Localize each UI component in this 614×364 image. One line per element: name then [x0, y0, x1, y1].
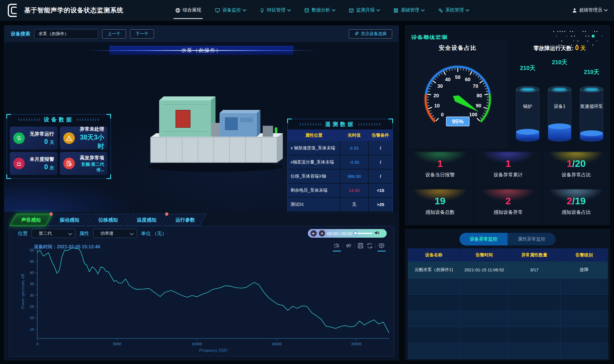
unit-label: 单位 （无）: [141, 230, 167, 237]
svg-text:100: 100: [469, 112, 477, 117]
chevron-down-icon: [466, 8, 469, 12]
svg-text:80: 80: [477, 93, 482, 98]
tab-run-params[interactable]: 运行参数: [164, 214, 207, 226]
table-row: x 轴加速度值_泵体末端0.33/: [288, 141, 392, 155]
nav-item-overview[interactable]: 综合展现: [175, 0, 201, 21]
position-label: 位置: [18, 230, 28, 237]
svg-text:30: 30: [30, 293, 34, 298]
volume-icon[interactable]: [374, 230, 380, 237]
3d-viewport[interactable]: 水泵（勿操作）: [4, 42, 398, 212]
decor-dots: [359, 123, 380, 125]
alarm-table: 设备名称 告警时间 异常属性数量 告警级别 云酷水泵（勿操作1) 2021-01…: [408, 248, 608, 359]
table-row[interactable]: 云酷水泵（勿操作1) 2021-01-15 11:06:52 3/17 故障: [408, 262, 608, 278]
chevron-down-icon: [243, 8, 246, 12]
volume-slider[interactable]: [354, 233, 372, 234]
prev-device-button[interactable]: 上一个: [102, 29, 126, 39]
tab-device-alarm[interactable]: 设备异常监控: [459, 233, 508, 245]
stat-sensor-total: 19 感知设备总数: [408, 189, 472, 223]
telemetry-table: 属性位置 实时值 告警条件 x 轴加速度值_泵体末端0.33/ x轴直流分量_泵…: [288, 129, 392, 212]
table-row: 剩余电压_泵体末端14.00<15: [288, 183, 392, 197]
tab-vibration[interactable]: 振动感知: [48, 214, 91, 226]
frame-corner: [287, 119, 292, 123]
tank-device1: 210天 设备1: [544, 54, 575, 143]
tab-temperature[interactable]: 温度感知: [125, 214, 168, 226]
svg-text:70: 70: [473, 83, 478, 89]
nav-item-data-analysis[interactable]: 数据分析: [304, 0, 335, 21]
chevron-down-icon: [287, 8, 291, 12]
nav-item-monthly-report[interactable]: 监测月报: [349, 0, 380, 21]
sense-tabs: 声音感知 振动感知 位移感知 温度感知 运行参数: [13, 214, 206, 226]
tab-attribute-alarm[interactable]: 属性异常监控: [508, 233, 556, 245]
svg-text:0: 0: [441, 112, 444, 117]
tab-displacement[interactable]: 位移感知: [87, 214, 130, 226]
table-row: 位移_泵体首端X轴686.00/: [288, 169, 392, 183]
left-panel: 设备搜索 上一个 下一个 关注设备选择 水泵（勿操作）: [4, 25, 399, 360]
stat-abnormal-ratio: 1/20 设备异常占比: [544, 152, 609, 186]
svg-text:40: 40: [30, 270, 34, 275]
next-device-button[interactable]: 下一个: [130, 29, 154, 39]
overall-monitor-panel: 设备整体监测 安全设备占比 010203040506070809010095% …: [405, 25, 610, 225]
server-icon: [393, 8, 398, 13]
nav-item-system-mgmt[interactable]: 系统管理: [438, 0, 469, 21]
check-cycle-icon: [13, 132, 25, 144]
sound-sense-section: 位置 第二代 属性 功率谱 单位 （无） ▶ ■ 00:00 / 00:00 采…: [9, 226, 394, 357]
alarm-tabs: 设备异常监控 属性异常监控: [459, 233, 556, 245]
stop-button[interactable]: ■: [319, 230, 325, 237]
search-input[interactable]: [34, 29, 98, 39]
table-row: x轴直流分量_泵体末端-4.30/: [288, 155, 392, 169]
frame-corner: [6, 114, 11, 119]
tank-slurry-pump: 210天 浆液循环泵: [576, 54, 607, 143]
focus-device-button[interactable]: 关注设备选择: [349, 29, 392, 39]
tank-cylinder: [513, 85, 543, 143]
nav-menu: 综合展现 设备监控 特征管理 数据分析 监测月报 基础管理: [175, 0, 469, 21]
tank-boiler: 210天 锅炉: [512, 54, 543, 143]
database-icon: [304, 8, 309, 13]
user-name: 超级管理员: [579, 7, 602, 13]
alert-dot: [49, 212, 53, 216]
svg-text:30: 30: [437, 83, 443, 89]
user-icon: [572, 8, 577, 13]
attribute-label: 属性: [79, 230, 89, 237]
table-header-row: 设备名称 告警时间 异常属性数量 告警级别: [408, 248, 608, 262]
alert-dot: [165, 212, 169, 216]
nav-item-device-monitor[interactable]: 设备监控: [215, 0, 246, 21]
stat-card-normal-run: 无异常运行 0 天: [10, 127, 58, 150]
attribute-select[interactable]: 功率谱: [93, 229, 137, 238]
search-label: 设备搜索: [11, 31, 30, 37]
table-row: [408, 278, 608, 294]
table-row: [408, 343, 608, 359]
stat-card-frequent-issue: 高发异常项 音频-第二代传...: [60, 152, 108, 175]
audio-player: ▶ ■ 00:00 / 00:00: [308, 229, 387, 238]
zero-fault-title: 零故障运行天数: 0 天: [511, 44, 609, 52]
pump-3d-model: [139, 83, 286, 175]
chevron-down-icon: [421, 8, 425, 12]
svg-text:5000: 5000: [113, 342, 121, 346]
device-title: 水泵（勿操作）: [181, 47, 222, 54]
stat-card-monthly-alarm: 本月度报警 0 次: [10, 152, 58, 175]
dashboard: 基于智能声学的设备状态监测系统 综合展现 设备监控 特征管理 数据分析 监测月报: [0, 0, 614, 364]
nav-item-feature-mgmt[interactable]: 特征管理: [260, 0, 290, 21]
play-button[interactable]: ▶: [310, 230, 317, 237]
svg-text:0: 0: [36, 342, 38, 346]
frame-corner: [6, 174, 11, 179]
table-row: 温度_泵体末端23.75<=25: [288, 211, 392, 212]
svg-text:10000: 10000: [192, 342, 202, 346]
table-row: [408, 310, 608, 327]
svg-text:15: 15: [30, 327, 34, 331]
position-select[interactable]: 第二代: [32, 229, 75, 238]
slider-thumb[interactable]: [354, 231, 357, 235]
tanks-card: 零故障运行天数: 0 天 210天 锅炉 210天 设备1 210天 浆液循环泵: [511, 39, 609, 148]
stat-sensor-ratio: 2/19 感知设备占比: [544, 189, 609, 223]
user-menu[interactable]: 超级管理员: [572, 7, 607, 13]
chevron-down-icon: [332, 8, 335, 12]
table-row: 测试51无>25: [288, 197, 392, 211]
device-data-panel: 设备数据 无异常运行 0 天 异常未: [7, 114, 111, 179]
table-row: [408, 327, 608, 343]
chevron-down-icon: [376, 8, 380, 12]
chevron-down-icon: [604, 8, 608, 12]
nav-item-base-mgmt[interactable]: 基础管理: [393, 0, 424, 21]
svg-text:40: 40: [445, 77, 451, 82]
frame-corner: [388, 119, 393, 123]
tab-sound[interactable]: 声音感知: [9, 214, 53, 226]
chart-controls: 位置 第二代 属性 功率谱 单位 （无） ▶ ■ 00:00 / 00:00: [9, 226, 394, 241]
